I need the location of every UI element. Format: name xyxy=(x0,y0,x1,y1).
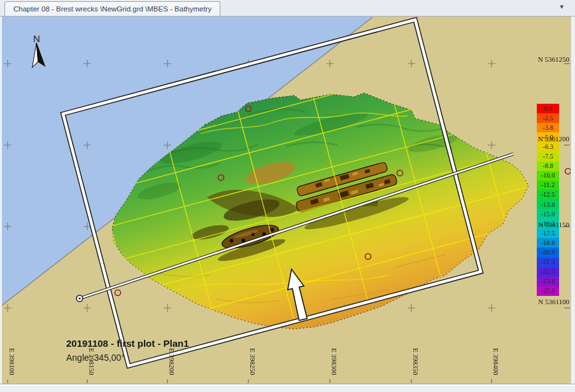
east-coordinate-label: E 398200 xyxy=(168,348,176,375)
legend-depth-value: -13.8 xyxy=(537,201,559,208)
window-border-left xyxy=(0,17,2,392)
legend-depth-value: -20.0 xyxy=(537,249,559,256)
legend-depth-value: -3.8 xyxy=(537,124,559,131)
tab-bar: Chapter 08 - Brest wrecks \NewGrid.grd \… xyxy=(0,0,575,17)
north-coordinate-label: N 5361200 xyxy=(538,135,569,143)
window-border-right xyxy=(571,17,575,392)
east-coordinate-label: E 398350 xyxy=(412,348,420,375)
east-coordinate-label: E 398100 xyxy=(8,348,16,375)
legend-depth-value: -11.2 xyxy=(537,181,559,188)
tab-mbes-bathymetry[interactable]: Chapter 08 - Brest wrecks \NewGrid.grd \… xyxy=(4,1,220,16)
legend-depth-value: -15.0 xyxy=(537,211,559,218)
legend-depth-value: -6.3 xyxy=(537,143,559,150)
legend-depth-value: -25.0 xyxy=(537,287,559,294)
east-coordinate-label: E 398300 xyxy=(330,348,338,375)
application-window: N 0.0-2.5-3.8-5.0-6.3-7.5-8.8-10.0-11.2-… xyxy=(0,0,575,392)
plot-title: 20191108 - first plot - Plan1 xyxy=(66,338,189,349)
plot-angle: Angle: 345,00° xyxy=(66,353,125,363)
east-coordinate-label: E 398400 xyxy=(492,348,500,375)
legend-depth-value: -10.0 xyxy=(537,172,559,179)
tab-list-dropdown-icon[interactable]: ▾ xyxy=(560,3,564,11)
legend-depth-value: 0.0 xyxy=(537,105,559,112)
east-coordinate-label: E 398150 xyxy=(88,348,96,375)
north-coordinate-label: N 5361250 xyxy=(538,55,569,63)
legend-depth-value: -8.8 xyxy=(537,162,559,169)
east-coordinate-label: E 398250 xyxy=(249,348,257,375)
depth-color-legend: 0.0-2.5-3.8-5.0-6.3-7.5-8.8-10.0-11.2-12… xyxy=(537,104,559,296)
north-coordinate-label: N 5361100 xyxy=(538,298,569,305)
legend-depth-value: -7.5 xyxy=(537,153,559,160)
legend-depth-value: -23.8 xyxy=(537,277,559,284)
legend-depth-value: -18.8 xyxy=(537,239,559,246)
window-border-bottom xyxy=(0,384,575,392)
legend-depth-value: -22.5 xyxy=(537,268,559,275)
north-arrow-label: N xyxy=(33,33,40,44)
north-coordinate-label: N 5361150 xyxy=(538,221,569,228)
legend-depth-value: -17.5 xyxy=(537,230,559,237)
legend-depth-value: -12.5 xyxy=(537,191,559,198)
map-viewport[interactable]: N xyxy=(0,0,575,392)
legend-depth-value: -2.5 xyxy=(537,115,559,122)
legend-depth-value: -21.3 xyxy=(537,258,559,265)
